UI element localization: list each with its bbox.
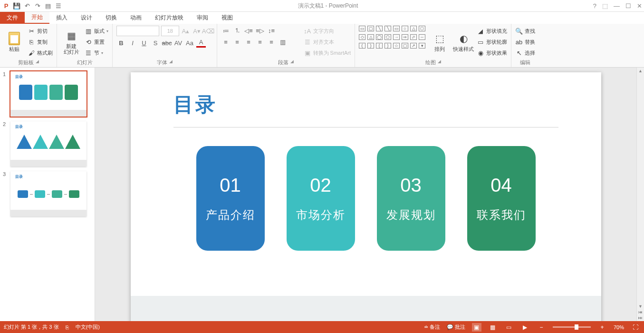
thumbnail-2[interactable]: 2 目录	[3, 121, 92, 166]
align-left-icon[interactable]: ≡	[221, 37, 231, 47]
replace-button[interactable]: ab替换	[515, 37, 535, 47]
paste-button[interactable]: 粘贴	[4, 26, 25, 58]
numbering-icon[interactable]: ⒈	[232, 26, 242, 35]
shape-outline-button[interactable]: ▭形状轮廓	[477, 37, 507, 47]
spacing-button[interactable]: AV	[173, 38, 183, 48]
slide-footer-band	[131, 296, 601, 321]
sorter-view-icon[interactable]: ▦	[488, 323, 498, 332]
tab-transitions[interactable]: 切换	[99, 12, 124, 24]
line-spacing-icon[interactable]: ↕≡	[267, 26, 276, 35]
reset-button[interactable]: ⟲重置	[85, 37, 108, 47]
language-indicator[interactable]: 中文(中国)	[76, 323, 100, 331]
font-family-input[interactable]	[116, 26, 159, 36]
close-icon[interactable]: ✕	[637, 2, 642, 10]
new-slide-button[interactable]: ▦ 新建 幻灯片	[61, 26, 82, 58]
slideshow-icon[interactable]: ▤	[44, 1, 52, 10]
notes-button[interactable]: ≐ 备注	[424, 323, 440, 331]
scroll-up-icon[interactable]: ▲	[637, 68, 644, 74]
italic-button[interactable]: I	[128, 38, 137, 48]
tab-animations[interactable]: 动画	[124, 12, 148, 24]
justify-icon[interactable]: ≡	[255, 37, 265, 47]
dialog-launcher-icon[interactable]: ◢	[169, 59, 173, 66]
fit-window-icon[interactable]: ⛶	[631, 323, 640, 332]
vertical-scrollbar[interactable]: ▲ ▼ ⏮ ⏭	[636, 68, 644, 321]
layout-button[interactable]: ▥版式▾	[85, 26, 108, 36]
undo-icon[interactable]: ↶	[23, 1, 31, 10]
slide[interactable]: 目录 01产品介绍02市场分析03发展规划04联系我们	[131, 72, 601, 321]
indent-inc-icon[interactable]: ≡▷	[255, 26, 265, 35]
clear-format-icon[interactable]: A⌫	[203, 26, 213, 36]
group-clipboard-label: 剪贴板	[18, 59, 34, 66]
tab-view[interactable]: 视图	[215, 12, 240, 24]
slide-indicator[interactable]: 幻灯片 第 1 张，共 3 张	[4, 323, 59, 331]
slideshow-view-icon[interactable]: ▶	[520, 323, 530, 332]
toc-card[interactable]: 02市场分析	[287, 146, 355, 251]
shape-effects-button[interactable]: ◉形状效果	[477, 48, 507, 58]
decrease-font-icon[interactable]: A▾	[192, 26, 202, 36]
save-icon[interactable]: 💾	[12, 1, 21, 10]
quick-styles-button[interactable]: ◐快速样式	[453, 26, 474, 58]
distribute-icon[interactable]: ≡	[267, 37, 276, 47]
tab-file[interactable]: 文件	[0, 12, 25, 24]
zoom-level[interactable]: 70%	[614, 324, 624, 330]
toc-card[interactable]: 01产品介绍	[196, 146, 265, 251]
bullets-icon[interactable]: ≔	[221, 26, 231, 35]
arrange-label: 排列	[434, 46, 445, 52]
minimize-icon[interactable]: —	[614, 2, 620, 10]
help-icon[interactable]: ?	[593, 2, 596, 10]
strike-button[interactable]: abc	[162, 38, 172, 48]
thumbnail-1[interactable]: 1 目录	[3, 71, 92, 117]
align-center-icon[interactable]: ≡	[232, 37, 242, 47]
select-button[interactable]: ↖选择	[515, 48, 535, 58]
copy-button[interactable]: ⎘复制	[28, 37, 53, 47]
indent-dec-icon[interactable]: ◁≡	[244, 26, 253, 35]
underline-button[interactable]: U	[139, 38, 149, 48]
slide-canvas-area[interactable]: 目录 01产品介绍02市场分析03发展规划04联系我们	[95, 68, 636, 321]
tab-design[interactable]: 设计	[74, 12, 99, 24]
spellcheck-icon[interactable]: ⎘	[66, 324, 69, 330]
tab-home[interactable]: 开始	[25, 12, 49, 24]
dialog-launcher-icon[interactable]: ◢	[290, 59, 294, 66]
font-color-button[interactable]: A	[196, 38, 206, 48]
dialog-launcher-icon[interactable]: ◢	[36, 59, 39, 66]
cut-button[interactable]: ✂剪切	[28, 26, 53, 36]
ribbon-options-icon[interactable]: ⬚	[602, 2, 608, 10]
toc-card[interactable]: 04联系我们	[467, 146, 536, 251]
zoom-slider[interactable]	[553, 326, 591, 328]
shapes-gallery[interactable]: ▭▢╲╲▭○△⬡ ◇△◯⬠→⇒⬀↔ (){}☆▢↗▾	[359, 26, 426, 58]
section-button[interactable]: ☰节▾	[85, 48, 108, 58]
tab-insert[interactable]: 插入	[49, 12, 74, 24]
case-button[interactable]: Aa	[185, 38, 194, 48]
text-direction-button[interactable]: ↕A文字方向	[304, 26, 351, 36]
redo-icon[interactable]: ↷	[33, 1, 42, 10]
zoom-out-icon[interactable]: −	[537, 323, 546, 332]
tab-review[interactable]: 审阅	[190, 12, 215, 24]
next-slide-icon[interactable]: ⏭	[637, 314, 644, 321]
dialog-launcher-icon[interactable]: ◢	[438, 59, 441, 66]
font-size-input[interactable]: 18	[161, 26, 179, 36]
shape-fill-button[interactable]: ◢形状填充	[477, 26, 507, 36]
columns-icon[interactable]: ▥	[278, 37, 288, 47]
smartart-button[interactable]: ▣转换为 SmartArt	[304, 48, 351, 58]
reading-view-icon[interactable]: ▭	[504, 323, 514, 332]
slide-thumbnails-panel[interactable]: 1 目录 2 目录 3 目录	[0, 68, 95, 321]
shadow-button[interactable]: S	[151, 38, 160, 48]
touch-icon[interactable]: ☰	[54, 1, 63, 10]
maximize-icon[interactable]: ☐	[625, 2, 631, 10]
increase-font-icon[interactable]: A▴	[181, 26, 191, 36]
arrange-button[interactable]: ⬚排列	[429, 26, 450, 58]
normal-view-icon[interactable]: ▣	[472, 323, 481, 332]
effects-label: 形状效果	[486, 49, 507, 57]
slide-title[interactable]: 目录	[173, 91, 217, 118]
comments-button[interactable]: 💬 批注	[447, 323, 465, 331]
tab-slideshow[interactable]: 幻灯片放映	[148, 12, 190, 24]
find-button[interactable]: 🔍查找	[515, 26, 535, 36]
bold-button[interactable]: B	[116, 38, 126, 48]
format-painter-button[interactable]: 🖌格式刷	[28, 48, 53, 58]
thumbnail-3[interactable]: 3 目录	[3, 171, 92, 216]
zoom-in-icon[interactable]: +	[597, 323, 607, 332]
toc-card[interactable]: 03发展规划	[377, 146, 445, 251]
layout-icon: ▥	[85, 27, 92, 35]
align-text-button[interactable]: ☰对齐文本	[304, 37, 351, 47]
align-right-icon[interactable]: ≡	[244, 37, 253, 47]
